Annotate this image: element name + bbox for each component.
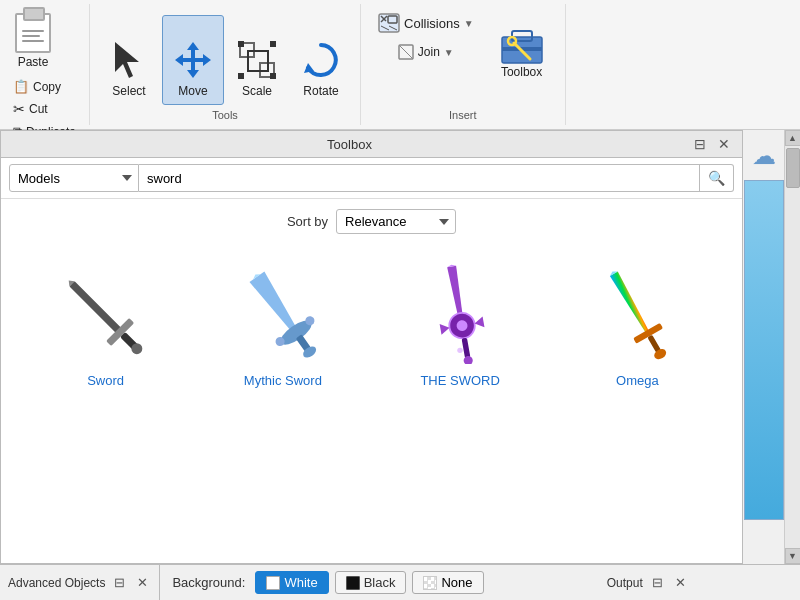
insert-inner: Collisions ▼ Join ▼ [369, 8, 557, 105]
join-label: Join [418, 45, 440, 59]
output-pin-button[interactable]: ⊟ [649, 574, 666, 591]
black-background-button[interactable]: Black [335, 571, 407, 594]
mythic-image [218, 259, 348, 369]
none-swatch [423, 576, 437, 590]
tools-label: Tools [212, 105, 238, 121]
svg-rect-41 [462, 338, 471, 359]
cut-button[interactable]: ✂ Cut [8, 98, 81, 120]
scroll-up-button[interactable]: ▲ [785, 130, 801, 146]
toolbox-close-button[interactable]: ✕ [714, 135, 734, 153]
svg-rect-6 [270, 41, 276, 47]
join-icon [398, 44, 414, 60]
toolbox-header: Toolbox ⊟ ✕ [1, 131, 742, 158]
sort-select[interactable]: RelevanceMost FavoritedMost VisitedMost … [336, 209, 456, 234]
select-icon [109, 40, 149, 80]
clipboard-group: Paste 📋 Copy ✂ Cut ⧉ Duplicate Clipboard [0, 4, 90, 125]
item-card-sword[interactable]: Sword [26, 250, 186, 397]
svg-rect-46 [634, 323, 664, 344]
advanced-objects-section: Advanced Objects ⊟ ✕ [0, 565, 160, 600]
background-label: Background: [172, 575, 245, 590]
svg-rect-5 [238, 41, 244, 47]
cloud-icon: ☁ [752, 142, 776, 170]
items-grid: Sword [1, 240, 742, 413]
collisions-icon [378, 13, 400, 33]
svg-marker-44 [610, 272, 652, 335]
search-button[interactable]: 🔍 [700, 164, 734, 192]
copy-label: Copy [33, 80, 61, 94]
paste-line-2 [22, 35, 40, 37]
output-section: Output ⊟ ✕ [496, 574, 801, 591]
advanced-objects-pin-button[interactable]: ⊟ [111, 574, 128, 591]
scale-icon [237, 40, 277, 80]
copy-button[interactable]: 📋 Copy [8, 76, 81, 97]
insert-group: Collisions ▼ Join ▼ [361, 4, 566, 125]
right-panel-area [744, 180, 784, 520]
toolbox-search-row: ModelsMeshesPluginsAudioImagesVideos 🔍 [1, 158, 742, 199]
svg-rect-23 [69, 281, 122, 334]
toolbox-icon [498, 17, 546, 65]
copy-icon: 📋 [13, 79, 29, 94]
svg-rect-8 [270, 73, 276, 79]
search-input[interactable] [139, 164, 700, 192]
paste-line-1 [22, 30, 44, 32]
select-button[interactable]: Select [98, 15, 160, 105]
scroll-thumb[interactable] [786, 148, 800, 188]
toolbar-right [566, 4, 800, 125]
search-icon: 🔍 [708, 170, 725, 186]
svg-point-42 [463, 355, 474, 364]
sword-name: Sword [87, 373, 124, 388]
models-select[interactable]: ModelsMeshesPluginsAudioImagesVideos [9, 164, 139, 192]
cut-label: Cut [29, 102, 48, 116]
move-icon [173, 40, 213, 80]
svg-rect-7 [238, 73, 244, 79]
paste-button[interactable]: Paste [8, 8, 58, 74]
none-label: None [441, 575, 472, 590]
rotate-button[interactable]: Rotate [290, 15, 352, 105]
none-background-button[interactable]: None [412, 571, 483, 594]
join-button[interactable]: Join ▼ [391, 40, 461, 64]
item-card-the-sword[interactable]: THE SWORD [380, 250, 540, 397]
svg-marker-1 [175, 42, 211, 78]
paste-lines [22, 30, 44, 42]
omega-image [572, 259, 702, 369]
black-label: Black [364, 575, 396, 590]
tools-group: Select Move [90, 4, 361, 125]
background-controls: Background: White Black None [160, 571, 495, 594]
scale-label: Scale [242, 84, 272, 98]
scale-button[interactable]: Scale [226, 15, 288, 105]
toolbox-header-buttons: ⊟ ✕ [690, 135, 734, 153]
scrollbar: ▲ ▼ [784, 130, 800, 564]
advanced-objects-close-button[interactable]: ✕ [134, 574, 151, 591]
white-swatch [266, 576, 280, 590]
paste-line-3 [22, 40, 44, 42]
move-label: Move [178, 84, 207, 98]
svg-marker-0 [115, 42, 139, 78]
output-close-button[interactable]: ✕ [672, 574, 689, 591]
move-button[interactable]: Move [162, 15, 224, 105]
paste-icon [15, 13, 51, 53]
item-card-omega[interactable]: Omega [557, 250, 717, 397]
output-label: Output [607, 576, 643, 590]
svg-point-43 [457, 348, 462, 353]
join-dropdown-arrow[interactable]: ▼ [444, 47, 454, 58]
item-card-mythic[interactable]: Mythic Sword [203, 250, 363, 397]
scroll-down-button[interactable]: ▼ [785, 548, 801, 564]
toolbox-button[interactable]: Toolbox [487, 8, 557, 88]
clipboard-inner: Paste 📋 Copy ✂ Cut ⧉ Duplicate [8, 8, 81, 143]
toolbox-title: Toolbox [9, 137, 690, 152]
collisions-button[interactable]: Collisions ▼ [369, 8, 483, 38]
toolbox-pin-button[interactable]: ⊟ [690, 135, 710, 153]
insert-label: Insert [449, 105, 477, 121]
white-background-button[interactable]: White [255, 571, 328, 594]
mythic-name: Mythic Sword [244, 373, 322, 388]
the-sword-name: THE SWORD [420, 373, 499, 388]
collisions-label: Collisions [404, 16, 460, 31]
collisions-dropdown-arrow[interactable]: ▼ [464, 18, 474, 29]
cloud-area: ☁ [744, 136, 784, 176]
tools-inner: Select Move [98, 8, 352, 105]
advanced-objects-label: Advanced Objects [8, 576, 105, 590]
paste-label: Paste [18, 55, 49, 69]
rotate-label: Rotate [303, 84, 338, 98]
toolbox-label: Toolbox [501, 65, 542, 79]
scroll-up-icon: ▲ [788, 133, 797, 143]
